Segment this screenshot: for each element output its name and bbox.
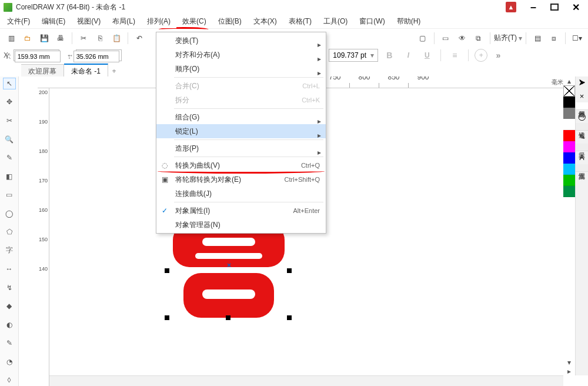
print-icon[interactable]: 🖶 [53,31,68,45]
menu-item[interactable]: 组合(G) [156,110,326,124]
svg-rect-4 [202,290,255,299]
docker-close-icon[interactable]: × [576,89,588,102]
selection-handle[interactable] [165,268,169,273]
menu-tools[interactable]: 工具(O) [318,15,353,28]
menu-table[interactable]: 表格(T) [283,15,318,28]
menu-effects[interactable]: 效果(C) [176,15,212,28]
zoom-tool-icon[interactable]: 🔍 [3,134,16,145]
eyedropper-tool-icon[interactable]: ✎ [3,337,16,349]
parallel-dim-tool-icon[interactable]: ↔ [3,263,16,275]
bold-button[interactable]: B [382,49,397,62]
h-field[interactable]: 35.926 mm [74,51,119,62]
docker-text-icon[interactable]: A [576,151,588,164]
crop-tool-icon[interactable]: ✂ [3,115,16,127]
fill-tool-icon[interactable]: ◔ [3,356,16,368]
selection-handle[interactable] [287,315,292,320]
y-field[interactable]: 159.93 mm [15,51,61,62]
menu-file[interactable]: 文件(F) [1,15,36,28]
selection-handle[interactable] [287,268,292,273]
docker-tab-obj-properties[interactable]: 对象属性 [576,102,588,110]
cut-icon[interactable]: ✂ [76,31,91,45]
color-swatch[interactable] [563,96,575,108]
undo-icon[interactable]: ↶ [132,31,147,45]
palette-flyout-icon[interactable]: ▸ [563,367,575,375]
docker-lens-icon[interactable]: ◯ [576,110,588,123]
menu-item[interactable]: ▣将轮廓转换为对象(E)Ctrl+Shift+Q [156,172,326,187]
window-close-button[interactable] [567,1,584,13]
color-swatch[interactable] [563,186,575,197]
menu-help[interactable]: 帮助(H) [391,15,427,28]
window-minimize-button[interactable] [524,1,542,13]
palette-up-icon[interactable]: ▴ [563,76,575,85]
docker-tab-hint[interactable]: 提示 [576,144,588,151]
font-size-dropdown[interactable]: 109.737 pt [329,49,378,62]
transparency-tool-icon[interactable]: ◐ [3,319,16,331]
docker-tab-lens[interactable]: 透镜 [576,123,588,131]
snap-to-button[interactable]: 贴齐(T) ▾ [494,33,522,43]
underline-button[interactable]: U [419,49,435,62]
color-swatch[interactable] [563,152,575,164]
menu-text[interactable]: 文本(X) [248,15,283,28]
menu-window[interactable]: 窗口(W) [353,15,390,28]
menu-view[interactable]: 视图(V) [71,15,106,28]
open-icon[interactable]: 🗀 [20,31,35,45]
selection-handle[interactable] [226,315,230,320]
color-swatch[interactable] [563,108,575,119]
object-mgr-toggle2-icon[interactable]: ⧈ [546,31,562,45]
menu-edit[interactable]: 编辑(E) [36,15,71,28]
outline-icon[interactable]: ▢ [415,31,430,45]
pick-tool-icon[interactable]: ↖ [3,78,16,89]
selection-handle[interactable] [165,315,169,320]
rectangle-tool-icon[interactable]: ▭ [3,189,16,201]
menu-item[interactable]: 连接曲线(J) [156,187,326,201]
menu-item[interactable]: 对象管理器(N) [156,218,326,232]
menu-item[interactable]: 对齐和分布(A) [156,48,326,62]
polygon-tool-icon[interactable]: ⬠ [3,226,16,238]
text-align-icon[interactable]: ≡ [447,49,462,62]
color-swatch[interactable] [563,175,575,186]
menu-item[interactable]: ◌转换为曲线(V)Ctrl+Q [156,158,326,172]
smart-fill-tool-icon[interactable]: ◧ [3,171,16,182]
palette-down-icon[interactable]: ▾ [563,358,575,367]
ellipse-tool-icon[interactable]: ◯ [3,208,16,219]
window-maximize-button[interactable] [550,4,559,11]
no-fill-swatch[interactable] [563,85,575,96]
menu-item[interactable]: 顺序(O) [156,62,326,76]
shape-frame3-icon[interactable]: ⧉ [471,31,486,45]
menu-arrange[interactable]: 排列(A) [141,15,176,28]
menu-item[interactable]: 造形(P) [156,141,326,155]
menu-item[interactable]: ✓对象属性(I)Alt+Enter [156,204,326,218]
launch-icon[interactable]: ☐▾ [569,31,584,45]
docker-tab-text-properties[interactable]: 文本属性 [576,164,588,172]
shape-frame2-icon[interactable]: 👁 [455,31,470,45]
horizontal-scrollbar[interactable] [49,375,563,386]
copy-icon[interactable]: ⎘ [92,31,108,45]
menu-layout[interactable]: 布局(L) [106,15,141,28]
menu-bitmap[interactable]: 位图(B) [212,15,248,28]
shape-tool-icon[interactable]: ✥ [3,96,16,108]
overflow-icon[interactable]: » [491,49,506,62]
outline-tool-icon[interactable]: ◊ [3,374,16,386]
dropshadow-tool-icon[interactable]: ◆ [3,300,16,312]
text-tool-icon[interactable]: 字 [3,245,16,257]
paste-icon[interactable]: 📋 [109,31,124,45]
color-swatch[interactable] [563,164,575,175]
docker-hint-icon[interactable]: ✎ [576,131,588,144]
menu-item[interactable]: 变换(T) [156,34,326,48]
italic-button[interactable]: I [400,49,416,62]
selected-shape[interactable] [167,224,290,318]
color-swatch[interactable] [563,119,575,130]
tab-add-button[interactable]: + [108,67,120,75]
object-mgr-toggle1-icon[interactable]: ▤ [530,31,545,45]
color-swatch[interactable] [563,141,575,152]
user-avatar-icon[interactable]: ▲ [506,2,516,12]
save-icon[interactable]: 💾 [36,31,52,45]
shape-frame1-icon[interactable]: ▭ [438,31,453,45]
docker-collapse-icon[interactable]: ⮞ [576,76,588,89]
menu-item[interactable]: 锁定(L) [156,124,326,138]
connector-tool-icon[interactable]: ↯ [3,282,16,294]
freehand-tool-icon[interactable]: ✎ [3,152,16,164]
new-doc-icon[interactable]: ▥ [4,31,19,45]
color-swatch[interactable] [563,130,575,141]
tab-welcome[interactable]: 欢迎屏幕 [21,64,64,78]
